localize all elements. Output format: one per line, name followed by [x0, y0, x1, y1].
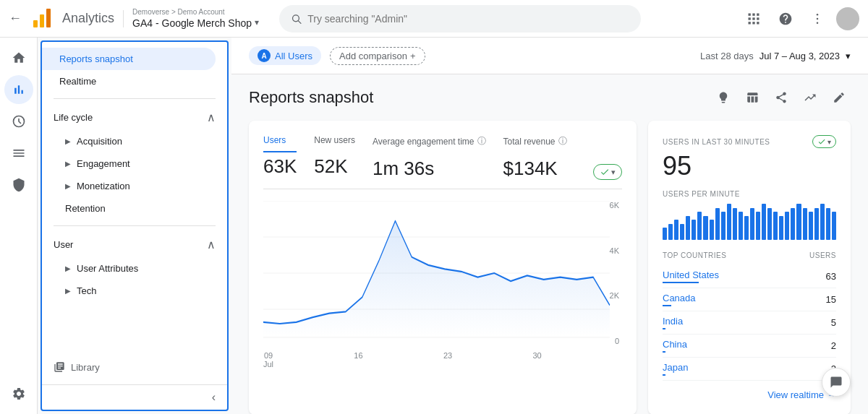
search-input[interactable] [307, 13, 629, 25]
sidebar-item-acquisition[interactable]: ▶ Acquisition [42, 130, 216, 152]
rail-advertising[interactable] [4, 139, 33, 168]
bar [820, 204, 825, 240]
user-section: User ∧ ▶ User Attributes ▶ Tech [42, 226, 227, 308]
svg-rect-0 [33, 20, 38, 27]
sidebar-library[interactable]: Library [42, 350, 227, 384]
country-row: India5 [663, 311, 836, 335]
users-per-min-chart [663, 204, 836, 240]
bar [744, 216, 749, 240]
bar [663, 228, 667, 240]
account-name[interactable]: GA4 - Google Merch Shop ▾ [132, 17, 259, 30]
search-icon [291, 13, 302, 25]
country-name: United States [663, 269, 719, 283]
lifecycle-header[interactable]: Life cycle ∧ [42, 105, 227, 130]
country-value: 15 [826, 294, 836, 305]
countries-header: Top Countries Users [663, 251, 836, 259]
metric-users-value: 63K [263, 155, 297, 178]
countries-list: United States63Canada15India5China2Japan… [663, 265, 836, 381]
table-icon[interactable] [741, 86, 764, 109]
rail-configure[interactable] [4, 171, 33, 199]
bar [809, 212, 813, 240]
bar [710, 220, 714, 240]
library-icon [54, 361, 65, 373]
sidebar-item-retention[interactable]: Retention [42, 197, 216, 220]
country-name: India [663, 316, 683, 329]
rail-settings[interactable] [4, 379, 33, 408]
svg-line-4 [298, 20, 300, 22]
bar [803, 208, 807, 240]
svg-rect-1 [40, 14, 44, 27]
sidebar-collapse[interactable]: ‹ [42, 384, 227, 410]
bar [791, 208, 795, 240]
bar [750, 208, 754, 240]
sidebar-item-reports-snapshot[interactable]: Reports snapshot [42, 48, 216, 70]
country-bar [663, 374, 665, 376]
lightbulb-icon[interactable] [712, 86, 735, 109]
sidebar: Reports snapshot Realtime Life cycle ∧ ▶… [41, 40, 229, 411]
svg-rect-11 [749, 22, 751, 24]
bar [785, 212, 789, 240]
back-button[interactable]: ← [9, 11, 22, 26]
more-menu-icon[interactable] [804, 6, 830, 32]
x-axis-labels: 09Jul 16 23 30 [263, 348, 622, 371]
svg-point-15 [817, 17, 819, 20]
collapse-icon[interactable]: ‹ [212, 391, 216, 404]
view-realtime-link[interactable]: View realtime → [663, 389, 836, 400]
engagement-info-icon[interactable]: ⓘ [477, 135, 486, 147]
sidebar-item-realtime[interactable]: Realtime [42, 70, 216, 92]
bar [703, 216, 707, 240]
sidebar-item-monetization[interactable]: ▶ Monetization [42, 175, 216, 197]
date-range[interactable]: Last 28 days Jul 7 – Aug 3, 2023 ▾ [700, 51, 851, 61]
bar [779, 216, 783, 240]
sidebar-top-section: Reports snapshot Realtime [42, 42, 227, 98]
bar [762, 204, 766, 240]
add-comparison-button[interactable]: Add comparison + [330, 47, 425, 65]
share-icon[interactable] [770, 86, 793, 109]
all-users-filter[interactable]: A All Users [249, 46, 321, 65]
bar [680, 224, 684, 240]
sidebar-item-engagement[interactable]: ▶ Engagement [42, 152, 216, 175]
bar [715, 208, 720, 240]
trending-icon[interactable] [799, 86, 822, 109]
rail-home[interactable] [4, 43, 33, 72]
svg-rect-13 [757, 22, 759, 24]
apps-icon[interactable] [741, 6, 767, 32]
realtime-check-dropdown[interactable]: ▾ [812, 135, 837, 148]
revenue-info-icon[interactable]: ⓘ [558, 135, 567, 147]
rail-explore[interactable] [4, 107, 33, 136]
chevron-right-icon3: ▶ [65, 287, 71, 295]
user-header[interactable]: User ∧ [42, 232, 227, 257]
metric-engagement-value: 1m 36s [373, 158, 486, 180]
edit-icon[interactable] [827, 86, 851, 109]
metrics-row: Users 63K New users 52K Average engageme… [263, 135, 622, 189]
country-row: Japan2 [663, 358, 836, 381]
help-icon[interactable] [773, 6, 799, 32]
metric-users: Users 63K [263, 135, 297, 180]
all-users-initial: A [258, 49, 271, 62]
search-bar[interactable] [279, 5, 641, 33]
back-icon[interactable]: ← [9, 11, 22, 26]
bar [727, 204, 731, 240]
avatar[interactable] [836, 7, 859, 30]
main-header: A All Users Add comparison + Last 28 day… [231, 38, 868, 74]
rail-reports[interactable] [4, 75, 33, 104]
bar [832, 212, 836, 240]
user-collapse-icon: ∧ [207, 238, 216, 251]
chevron-right-icon2: ▶ [65, 264, 71, 272]
metric-users-label: Users [263, 135, 297, 152]
metric-new-users-label: New users [314, 135, 355, 152]
metric-new-users-value: 52K [314, 155, 355, 178]
sidebar-item-user-attributes[interactable]: ▶ User Attributes [42, 257, 216, 280]
svg-rect-12 [752, 22, 754, 24]
bar [721, 212, 726, 240]
metric-dropdown-check[interactable]: ▾ [593, 164, 622, 180]
country-value: 5 [831, 317, 836, 328]
sidebar-item-tech[interactable]: ▶ Tech [42, 280, 216, 302]
country-name: Canada [663, 293, 696, 306]
bar [773, 212, 778, 240]
users-per-min-label: Users per minute [663, 190, 836, 198]
x-label-30: 30 [532, 351, 541, 368]
metric-engagement: Average engagement time ⓘ 1m 36s [373, 135, 486, 180]
chat-button[interactable] [822, 368, 851, 397]
layout: Reports snapshot Realtime Life cycle ∧ ▶… [0, 38, 868, 414]
